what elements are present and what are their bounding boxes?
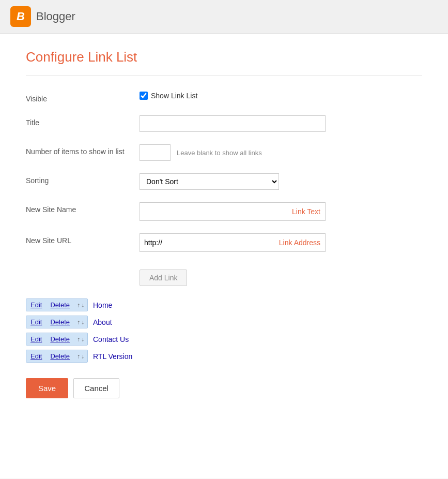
cancel-button[interactable]: Cancel [73,378,119,398]
add-link-control: Add Link [140,264,422,286]
title-control [140,115,422,132]
about-link[interactable]: About [93,318,112,326]
link-controls-home: Edit Delete [26,298,88,311]
blogger-logo-icon: B [10,6,31,27]
divider [26,76,422,76]
new-site-url-input[interactable] [140,233,326,252]
header: B Blogger [0,0,448,34]
delete-about-button[interactable]: Delete [46,316,74,328]
sorting-label: Sorting [26,173,140,185]
rtl-arrows [74,352,87,361]
delete-rtl-button[interactable]: Delete [46,350,74,362]
rtl-up-arrow-icon[interactable] [77,353,80,360]
list-item: Edit Delete Home [26,298,422,311]
edit-about-button[interactable]: Edit [26,316,46,328]
home-down-arrow-icon[interactable] [81,302,84,309]
new-site-name-wrapper: Link Text [140,202,326,221]
main-content: Configure Link List Visible Show Link Li… [0,34,448,478]
number-row: Leave blank to show all links [140,144,422,161]
rtl-link[interactable]: RTL Version [93,352,132,361]
add-link-row: Add Link [26,264,422,286]
edit-contact-button[interactable]: Edit [26,333,46,345]
contact-link[interactable]: Contact Us [93,335,129,343]
new-site-name-control: Link Text [140,202,422,221]
show-link-list-label: Show Link List [151,92,197,100]
rtl-down-arrow-icon[interactable] [81,353,84,360]
contact-down-arrow-icon[interactable] [81,336,84,343]
list-item: Edit Delete RTL Version [26,350,422,363]
link-controls-about: Edit Delete [26,316,88,328]
new-site-url-control: Link Address [140,233,422,252]
page-title: Configure Link List [26,49,422,65]
sorting-select[interactable]: Don't Sort A-Z Z-A [140,173,279,190]
contact-up-arrow-icon[interactable] [77,336,80,343]
new-site-name-label: New Site Name [26,202,140,214]
about-down-arrow-icon[interactable] [81,319,84,326]
link-controls-contact: Edit Delete [26,333,88,346]
edit-home-button[interactable]: Edit [26,299,46,311]
visible-row: Visible Show Link List [26,92,422,103]
new-site-url-row: New Site URL Link Address [26,233,422,252]
sorting-row: Sorting Don't Sort A-Z Z-A [26,173,422,190]
show-link-list-checkbox-row: Show Link List [140,92,422,100]
blogger-title: Blogger [36,10,75,23]
about-arrows [74,318,87,327]
home-link[interactable]: Home [93,301,112,309]
visible-label: Visible [26,92,140,103]
home-arrows [74,301,87,310]
num-items-row: Number of items to show in list Leave bl… [26,144,422,161]
delete-home-button[interactable]: Delete [46,299,74,311]
new-site-name-input[interactable] [140,202,326,221]
visible-control: Show Link List [140,92,422,100]
links-list: Edit Delete Home Edit Delete About [26,298,422,363]
title-label: Title [26,115,140,127]
num-items-hint: Leave blank to show all links [177,149,262,157]
save-button[interactable]: Save [26,378,68,398]
title-row: Title [26,115,422,132]
sorting-control: Don't Sort A-Z Z-A [140,173,422,190]
contact-arrows [74,335,87,344]
title-input[interactable] [140,115,326,132]
num-items-input[interactable] [140,144,171,161]
num-items-label: Number of items to show in list [26,144,140,156]
new-site-url-wrapper: Link Address [140,233,326,252]
home-up-arrow-icon[interactable] [77,302,80,309]
about-up-arrow-icon[interactable] [77,319,80,326]
add-link-button[interactable]: Add Link [140,270,187,286]
new-site-url-label: New Site URL [26,233,140,245]
new-site-name-row: New Site Name Link Text [26,202,422,221]
add-link-spacer [26,264,140,267]
action-buttons: Save Cancel [26,378,422,398]
num-items-control: Leave blank to show all links [140,144,422,161]
list-item: Edit Delete About [26,316,422,328]
link-controls-rtl: Edit Delete [26,350,88,363]
delete-contact-button[interactable]: Delete [46,333,74,345]
edit-rtl-button[interactable]: Edit [26,350,46,362]
show-link-list-checkbox[interactable] [140,92,148,100]
list-item: Edit Delete Contact Us [26,333,422,346]
